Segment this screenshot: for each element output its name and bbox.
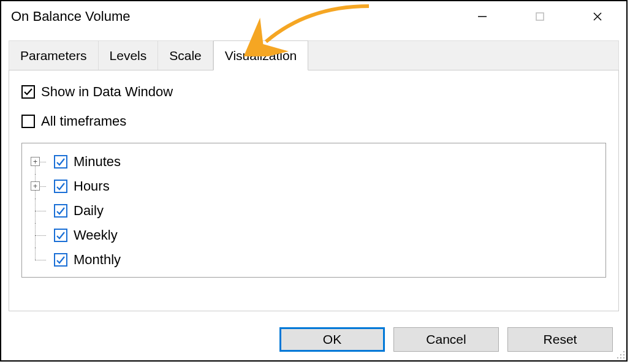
tree-label[interactable]: Hours [74,178,110,194]
tree-item-monthly: Monthly [31,248,597,272]
dialog-window: On Balance Volume Parameters Levels Scal… [0,0,628,362]
timeframes-tree: + Minutes + Hours [21,143,606,278]
expand-icon[interactable]: + [31,181,40,191]
tree-label[interactable]: Weekly [74,227,118,243]
reset-button[interactable]: Reset [507,327,613,352]
tab-scale[interactable]: Scale [158,41,213,70]
tree-label[interactable]: Monthly [74,252,121,268]
svg-rect-1 [536,13,544,20]
tab-levels[interactable]: Levels [99,41,159,70]
tree-checkbox-minutes[interactable] [54,155,67,169]
ok-button[interactable]: OK [279,327,385,352]
tree-checkbox-hours[interactable] [54,180,67,193]
show-in-data-window-label: Show in Data Window [41,84,173,100]
show-in-data-window-row: Show in Data Window [21,84,606,100]
tree-checkbox-daily[interactable] [54,204,67,218]
all-timeframes-label: All timeframes [41,113,126,129]
show-in-data-window-checkbox[interactable] [21,85,35,99]
window-controls [454,1,626,32]
tab-panel-visualization: Show in Data Window All timeframes + Min… [9,70,619,311]
tree-item-minutes: + Minutes [31,150,597,174]
tree-checkbox-weekly[interactable] [54,229,67,242]
tab-visualization[interactable]: Visualization [213,40,309,70]
maximize-button[interactable] [511,1,569,32]
tree-label[interactable]: Minutes [74,154,121,170]
dialog-button-row: OK Cancel Reset [279,327,613,352]
tree-item-daily: Daily [31,199,597,223]
tree-checkbox-monthly[interactable] [54,253,67,267]
tree-item-hours: + Hours [31,174,597,199]
minimize-button[interactable] [454,1,511,32]
cancel-button[interactable]: Cancel [393,327,499,352]
resize-grip-icon[interactable] [614,348,625,359]
all-timeframes-checkbox[interactable] [21,115,35,128]
tab-parameters[interactable]: Parameters [9,41,99,70]
close-button[interactable] [569,1,626,32]
window-title: On Balance Volume [11,9,454,25]
title-bar: On Balance Volume [1,1,626,32]
all-timeframes-row: All timeframes [21,113,606,129]
tab-strip: Parameters Levels Scale Visualization [9,40,619,70]
tree-item-weekly: Weekly [31,223,597,248]
tree-label[interactable]: Daily [74,203,104,219]
expand-icon[interactable]: + [31,157,40,166]
